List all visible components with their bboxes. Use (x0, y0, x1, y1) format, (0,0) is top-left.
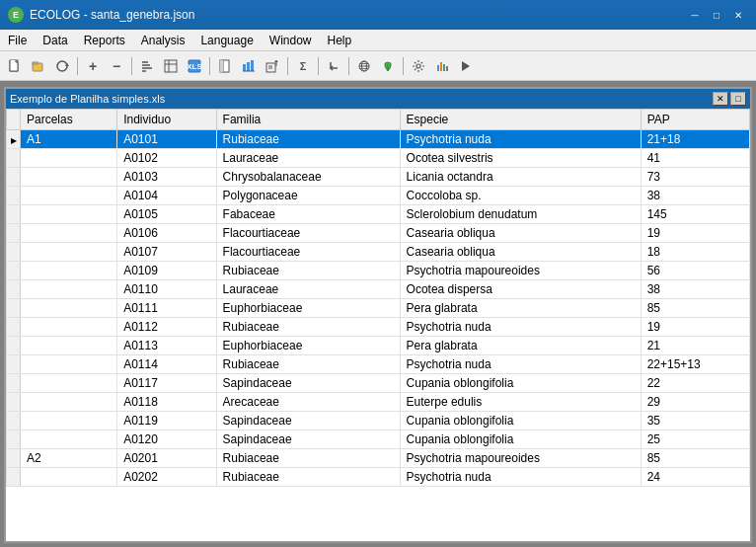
toolbar-globe[interactable] (353, 55, 375, 77)
cell-individuo: A0109 (117, 262, 216, 280)
toolbar-sort[interactable] (136, 55, 158, 77)
table-row[interactable]: A2A0201RubiaceaePsychotria mapoureoides8… (7, 449, 750, 468)
cell-individuo: A0118 (117, 393, 216, 412)
app-icon: E (8, 7, 24, 23)
cell-parcela (21, 393, 117, 412)
menu-file[interactable]: File (0, 30, 35, 50)
table-row[interactable]: A0103ChrysobalanaceaeLicania octandra73 (7, 168, 750, 187)
toolbar-chart[interactable] (238, 55, 260, 77)
cell-pap: 18 (641, 243, 749, 262)
row-indicator (7, 355, 21, 374)
toolbar-bar-chart[interactable] (431, 55, 453, 77)
maximize-button[interactable]: □ (707, 6, 726, 24)
cell-familia: Rubiaceae (216, 318, 400, 337)
toolbar-enter[interactable] (323, 55, 344, 77)
menu-language[interactable]: Language (192, 30, 261, 50)
cell-individuo: A0107 (117, 243, 216, 262)
cell-especie: Pera glabrata (400, 337, 641, 355)
table-row[interactable]: A0102LauraceaeOcotea silvestris41 (7, 149, 750, 168)
col-header-pap[interactable]: PAP (641, 110, 749, 130)
svg-marker-36 (462, 61, 470, 71)
toolbar-leaf[interactable] (377, 55, 399, 77)
cell-especie: Sclerolobium denudatum (400, 205, 641, 224)
cell-parcela (21, 243, 117, 262)
cell-pap: 19 (641, 318, 749, 337)
table-row[interactable]: A0118ArecaceaeEuterpe edulis29 (7, 393, 750, 412)
cell-pap: 38 (641, 187, 749, 205)
cell-familia: Fabaceae (216, 205, 400, 224)
cell-pap: 35 (641, 412, 749, 430)
cell-especie: Casearia obliqua (400, 224, 641, 243)
col-header-especie[interactable]: Especie (400, 110, 641, 130)
cell-familia: Chrysobalanaceae (216, 168, 400, 187)
toolbar-settings[interactable] (408, 55, 429, 77)
toolbar-open[interactable] (28, 55, 49, 77)
cell-especie: Ocotea silvestris (400, 149, 641, 168)
table-row[interactable]: A1A0101RubiaceaePsychotria nuda21+18 (7, 130, 750, 149)
svg-rect-35 (446, 66, 448, 71)
table-row[interactable]: A0202RubiaceaePsychotria nuda24 (7, 468, 750, 487)
menu-data[interactable]: Data (35, 30, 75, 50)
toolbar-remove[interactable]: − (106, 55, 127, 77)
row-indicator (7, 130, 21, 149)
close-button[interactable]: ✕ (728, 6, 748, 24)
cell-pap: 22 (641, 374, 749, 393)
svg-point-31 (416, 64, 420, 68)
svg-rect-15 (220, 60, 223, 72)
toolbar-book[interactable] (214, 55, 236, 77)
table-row[interactable]: A0110LauraceaeOcotea dispersa38 (7, 280, 750, 299)
cell-pap: 19 (641, 224, 749, 243)
menu-reports[interactable]: Reports (76, 30, 133, 50)
col-header-parcelas[interactable]: Parcelas (21, 110, 117, 130)
row-indicator (7, 205, 21, 224)
row-indicator (7, 337, 21, 355)
row-indicator (7, 168, 21, 187)
toolbar-separator-6 (348, 57, 349, 75)
table-row[interactable]: A0113EuphorbiaceaePera glabrata21 (7, 337, 750, 355)
cell-especie: Coccoloba sp. (400, 187, 641, 205)
table-row[interactable]: A0107FlacourtiaceaeCasearia obliqua18 (7, 243, 750, 262)
table-row[interactable]: A0106FlacourtiaceaeCasearia obliqua19 (7, 224, 750, 243)
table-row[interactable]: A0117SapindaceaeCupania oblongifolia22 (7, 374, 750, 393)
menu-help[interactable]: Help (320, 30, 360, 50)
table-row[interactable]: A0114RubiaceaePsychotria nuda22+15+13 (7, 355, 750, 374)
cell-parcela: A2 (21, 449, 117, 468)
inner-max-btn[interactable]: □ (730, 92, 746, 106)
toolbar-new[interactable] (4, 55, 26, 77)
toolbar-arrow-right[interactable] (455, 55, 477, 77)
inner-title-controls: ✕ □ (713, 92, 746, 106)
row-indicator (7, 393, 21, 412)
menu-analysis[interactable]: Analysis (133, 30, 193, 50)
table-row[interactable]: A0105FabaceaeSclerolobium denudatum145 (7, 205, 750, 224)
table-row[interactable]: A0109RubiaceaePsychotria mapoureoides56 (7, 262, 750, 280)
cell-familia: Rubiaceae (216, 449, 400, 468)
toolbar-table[interactable] (160, 55, 182, 77)
toolbar-export-chart[interactable] (262, 55, 283, 77)
cell-especie: Cupania oblongifolia (400, 374, 641, 393)
row-indicator (7, 149, 21, 168)
table-container[interactable]: Parcelas Individuo Familia Especie PAP A… (6, 109, 750, 541)
svg-rect-33 (440, 62, 442, 71)
col-header-familia[interactable]: Familia (216, 110, 400, 130)
col-header-individuo[interactable]: Individuo (117, 110, 216, 130)
cell-individuo: A0101 (117, 130, 216, 149)
inner-window-title: Exemplo de Planilha simples.xls (10, 93, 165, 105)
table-row[interactable]: A0112RubiaceaePsychotria nuda19 (7, 318, 750, 337)
toolbar-sigma[interactable]: Σ (292, 55, 314, 77)
title-bar: E ECOLOG - santa_genebra.json ─ □ ✕ (0, 0, 756, 30)
minimize-button[interactable]: ─ (685, 6, 705, 24)
row-indicator (7, 262, 21, 280)
toolbar-import[interactable]: XLS (184, 55, 205, 77)
toolbar-separator-7 (403, 57, 404, 75)
table-row[interactable]: A0104PolygonaceaeCoccoloba sp.38 (7, 187, 750, 205)
table-row[interactable]: A0111EuphorbiaceaePera glabrata85 (7, 299, 750, 318)
table-row[interactable]: A0119SapindaceaeCupania oblongifolia35 (7, 412, 750, 430)
cell-familia: Sapindaceae (216, 412, 400, 430)
toolbar-refresh[interactable] (51, 55, 73, 77)
toolbar-add[interactable]: + (82, 55, 104, 77)
table-row[interactable]: A0120SapindaceaeCupania oblongifolia25 (7, 430, 750, 449)
menu-window[interactable]: Window (262, 30, 320, 50)
inner-close-btn[interactable]: ✕ (713, 92, 728, 106)
row-indicator (7, 299, 21, 318)
cell-familia: Euphorbiaceae (216, 337, 400, 355)
